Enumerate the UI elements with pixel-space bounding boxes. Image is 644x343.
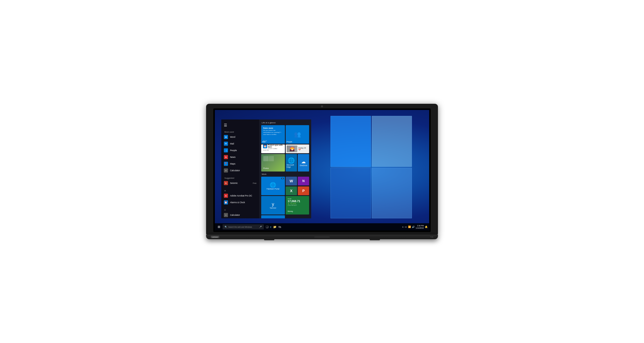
mail-tile-label: Mail bbox=[262, 141, 266, 143]
task-view-icon[interactable]: ❑ bbox=[266, 225, 268, 229]
onedrive-label: OneDrive bbox=[300, 165, 307, 167]
win-pane-tr bbox=[372, 116, 412, 167]
search-bar[interactable]: 🔍 Search the web and Windows 🎤 bbox=[223, 224, 264, 229]
powerpoint-tile[interactable]: P bbox=[298, 186, 309, 195]
yammer-tile[interactable]: y Yammer bbox=[261, 196, 285, 215]
start-menu-left-panel: ☰ Most used W Word ✉ Mail bbox=[221, 119, 259, 218]
tray-battery-icon: ▭ bbox=[405, 226, 407, 228]
photos-grid bbox=[263, 156, 283, 161]
tray-overflow-icon[interactable]: ∧ bbox=[402, 226, 404, 228]
suggested-label: Suggested bbox=[221, 176, 259, 180]
taskbar: ⊞ 🔍 Search the web and Windows 🎤 ❑ e 📁 🛍 bbox=[215, 223, 429, 230]
most-used-label: Most used bbox=[221, 130, 259, 134]
taskbar-date-value: 1/14/2019 bbox=[416, 227, 424, 229]
adobe-label: Adobe Acrobat Pro DC bbox=[230, 194, 252, 197]
hinge-right bbox=[370, 239, 380, 240]
start-icon: ⊞ bbox=[218, 225, 220, 229]
menu-item-seismic[interactable]: S Seismic Free bbox=[221, 180, 259, 186]
windows-logo-background bbox=[331, 116, 412, 218]
tray-volume-icon[interactable]: 🔊 bbox=[412, 226, 415, 228]
model-badge: T15 bbox=[430, 236, 433, 238]
mail-body: Do you mind if we reschedule our meeting… bbox=[263, 130, 283, 135]
onenote-tile-icon: N bbox=[302, 179, 305, 183]
friday-photo: 🌄 bbox=[287, 145, 298, 152]
project-title: Project sync with Marc bbox=[268, 144, 283, 148]
calendar-sync-icon: 📅 bbox=[263, 144, 267, 148]
menu-item-calculator-top[interactable]: = Calculator bbox=[221, 167, 259, 174]
life-tiles-grid: Robin Jamie Do you mind if we reschedule… bbox=[261, 125, 309, 153]
calculator-c-icon: = bbox=[224, 213, 228, 217]
mail-icon: ✉ bbox=[224, 142, 228, 146]
life-at-glance-label: Life at a glance bbox=[261, 122, 309, 124]
word-label: Word bbox=[230, 136, 235, 138]
start-button[interactable]: ⊞ bbox=[216, 224, 222, 229]
news-label: News bbox=[230, 156, 235, 158]
menu-item-mail[interactable]: ✉ Mail bbox=[221, 140, 259, 147]
money-change: ▲ +0.32% bbox=[288, 203, 307, 204]
alarms-icon: ⏰ bbox=[224, 200, 228, 204]
friday-info: Friday 29 📅 bbox=[297, 145, 308, 152]
menu-item-alarms[interactable]: ⏰ Alarms & Clock bbox=[221, 199, 259, 206]
mail-tile-inner: Robin Jamie Do you mind if we reschedule… bbox=[262, 126, 284, 143]
excel-tile[interactable]: X bbox=[286, 186, 297, 195]
word-tile[interactable]: W bbox=[286, 177, 297, 185]
work-tiles-grid: 4 🌐 Fabrikam Portal W N bbox=[261, 177, 309, 218]
friday-cal-icon: 📅 bbox=[298, 149, 307, 151]
photos-label: Photos bbox=[263, 167, 283, 169]
menu-item-word[interactable]: W Word bbox=[221, 134, 259, 140]
calculator-label-top: Calculator bbox=[230, 169, 240, 172]
maps-label: Maps bbox=[230, 162, 235, 165]
project-sync-tile[interactable]: 📅 Project sync with Marc Fourth Coffee 3… bbox=[261, 144, 285, 153]
mail-count-row: ✉ 10 bbox=[263, 140, 283, 142]
section-a-label: A bbox=[221, 188, 259, 192]
onedrive-tile[interactable]: ☁ OneDrive bbox=[298, 154, 309, 172]
tray-wifi-icon: 📶 bbox=[408, 226, 411, 228]
edge-tile[interactable]: 🌐 Microsoft Edge bbox=[286, 154, 297, 172]
trackpad-bump bbox=[314, 237, 330, 237]
webcam bbox=[321, 105, 323, 107]
dynamics-tile[interactable]: 👤 Dynamics bbox=[261, 215, 285, 218]
menu-item-calculator-c[interactable]: = Calculator bbox=[221, 212, 259, 218]
hamburger-button[interactable]: ☰ bbox=[221, 122, 259, 129]
win-pane-br bbox=[372, 168, 412, 218]
menu-item-news[interactable]: N News bbox=[221, 154, 259, 160]
friday-tile[interactable]: 🌄 Friday 29 📅 bbox=[286, 144, 309, 153]
word-icon: W bbox=[224, 135, 228, 139]
menu-item-people[interactable]: 👥 People bbox=[221, 147, 259, 154]
win-pane-tl bbox=[331, 116, 371, 167]
money-tile-inner: DOW 17,068.71 ▲ +0.32% 3:59 PM EDT Money bbox=[287, 197, 308, 213]
tiles-panel: Life at a glance Robin Jamie Do you mind… bbox=[259, 119, 311, 218]
money-value: 17,068.71 bbox=[288, 200, 307, 203]
screen: ☰ Most used W Word ✉ Mail bbox=[215, 110, 429, 230]
money-tile[interactable]: DOW 17,068.71 ▲ +0.32% 3:59 PM EDT Money bbox=[286, 196, 309, 215]
onenote-tile[interactable]: N bbox=[298, 177, 309, 185]
powerpoint-tile-icon: P bbox=[302, 189, 305, 193]
seismic-badge: Free bbox=[253, 182, 256, 184]
photos-tile[interactable]: Photos bbox=[261, 154, 285, 172]
store-taskbar-icon[interactable]: 🛍 bbox=[278, 225, 281, 228]
word-tile-icon: W bbox=[290, 179, 293, 183]
tray-notification-icon[interactable]: 🔔 bbox=[425, 226, 428, 228]
adobe-icon: A bbox=[224, 194, 228, 198]
menu-item-maps[interactable]: 📍 Maps bbox=[221, 160, 259, 167]
maps-icon: 📍 bbox=[224, 162, 228, 166]
explorer-taskbar-icon[interactable]: 📁 bbox=[273, 225, 277, 229]
money-label-bottom: Money bbox=[288, 210, 307, 212]
section-c-label: C bbox=[221, 208, 259, 212]
fabrikam-tile[interactable]: 4 🌐 Fabrikam Portal bbox=[261, 177, 285, 195]
search-icon: 🔍 bbox=[225, 226, 227, 228]
seismic-icon: S bbox=[224, 181, 228, 185]
mail-sender: Robin Jamie bbox=[263, 127, 283, 129]
people-label: People bbox=[230, 149, 237, 152]
people-tile[interactable]: 👥 People bbox=[286, 125, 309, 144]
yammer-label: Yammer bbox=[270, 207, 276, 209]
fabrikam-badge: 4 bbox=[281, 178, 284, 179]
news-icon: N bbox=[224, 155, 228, 159]
yammer-icon: y bbox=[272, 202, 274, 207]
menu-item-adobe[interactable]: A Adobe Acrobat Pro DC bbox=[221, 192, 259, 199]
taskbar-datetime[interactable]: 2:30 PM 1/14/2019 bbox=[416, 225, 424, 229]
people-tile-label: People bbox=[287, 141, 292, 143]
mail-tile[interactable]: Robin Jamie Do you mind if we reschedule… bbox=[261, 125, 285, 144]
edge-taskbar-icon[interactable]: e bbox=[270, 226, 272, 228]
fabrikam-globe-icon: 🌐 bbox=[270, 182, 276, 188]
